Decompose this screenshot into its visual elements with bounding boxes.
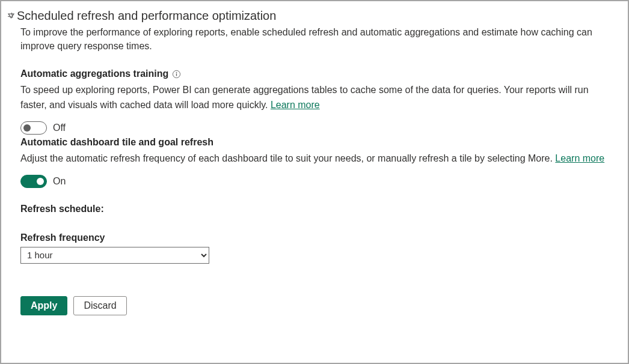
refresh-frequency-select[interactable]: 1 hour (20, 247, 209, 264)
svg-rect-2 (176, 73, 177, 76)
aggregations-learn-more-link[interactable]: Learn more (271, 100, 320, 110)
aggregations-heading: Automatic aggregations training (20, 68, 168, 79)
discard-button[interactable]: Discard (73, 296, 126, 315)
aggregations-description: To speed up exploring reports, Power BI … (20, 83, 615, 113)
section-description: To improve the performance of exploring … (20, 25, 621, 53)
refresh-schedule-heading: Refresh schedule: (20, 204, 615, 214)
dashboard-refresh-description: Adjust the automatic refresh frequency o… (20, 151, 615, 166)
svg-point-1 (176, 72, 177, 73)
apply-button[interactable]: Apply (20, 296, 67, 315)
section-title: Scheduled refresh and performance optimi… (17, 8, 276, 23)
collapse-chevron-icon[interactable] (8, 13, 14, 19)
dashboard-refresh-heading: Automatic dashboard tile and goal refres… (20, 137, 213, 148)
dashboard-refresh-toggle[interactable] (20, 175, 47, 188)
info-icon[interactable] (172, 70, 181, 79)
dashboard-refresh-toggle-label: On (53, 176, 66, 187)
aggregations-toggle[interactable] (20, 121, 47, 135)
refresh-frequency-label: Refresh frequency (20, 232, 615, 243)
aggregations-toggle-label: Off (53, 123, 66, 133)
dashboard-refresh-learn-more-link[interactable]: Learn more (555, 153, 604, 163)
